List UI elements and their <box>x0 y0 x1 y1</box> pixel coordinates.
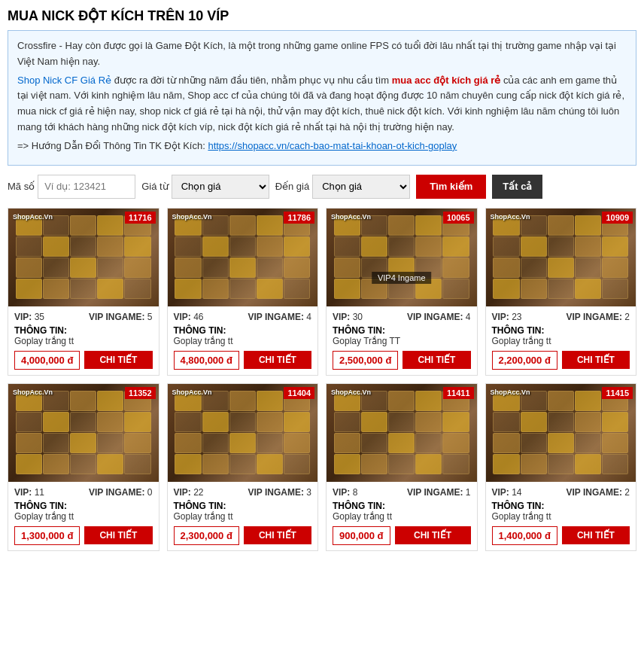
search-bar: Mã số Giá từ Chọn giá Đến giá Chọn giá T… <box>8 175 636 199</box>
img-cell <box>70 257 96 278</box>
vip-row: VIP: 8 VIP INGAME: 1 <box>333 487 471 498</box>
img-cell <box>257 257 283 278</box>
card-image[interactable]: ShopAcc.Vn 11415 <box>486 384 636 482</box>
card-image[interactable]: ShopAcc.Vn 11716 <box>8 209 159 306</box>
img-cell <box>334 454 360 474</box>
card-info: VIP: 8 VIP INGAME: 1 THÔNG TIN: Goplay t… <box>327 482 477 550</box>
detail-button[interactable]: CHI TIẾT <box>244 526 311 544</box>
img-cell <box>124 412 150 432</box>
cards-row-1: ShopAcc.Vn 11716 VIP: 35 VIP INGAME: 5 T… <box>8 208 636 376</box>
card-image[interactable]: ShopAcc.Vn 11786 <box>168 209 318 306</box>
img-cell <box>521 412 547 432</box>
detail-button[interactable]: CHI TIẾT <box>395 526 471 544</box>
img-cell <box>521 454 547 474</box>
vip-label: VIP: 35 <box>14 312 44 322</box>
vip-ingame-label: VIP INGAME: 4 <box>248 312 311 322</box>
img-cell <box>16 412 42 432</box>
gia-tu-select[interactable]: Chọn giá <box>172 175 269 199</box>
ma-so-input[interactable] <box>38 175 135 199</box>
thong-tin-value: Goplay trắng tt <box>174 511 233 522</box>
card-price: 2,300,000 đ <box>174 526 239 545</box>
item-grid <box>175 215 310 299</box>
vip-ingame-label: VIP INGAME: 2 <box>567 487 630 498</box>
shop-logo: ShopAcc.Vn <box>172 388 212 396</box>
img-cell <box>361 433 387 453</box>
card-price: 900,000 đ <box>333 526 390 545</box>
page-container: MUA NICK ĐỘT KÍCH TRÊN 10 VÍP Crossfire … <box>0 0 644 566</box>
img-cell <box>442 279 469 299</box>
shop-nick-link[interactable]: Shop Nick CF Giá Rẻ <box>17 75 111 86</box>
detail-button[interactable]: CHI TIẾT <box>562 351 630 369</box>
img-cell <box>43 454 69 474</box>
img-cell <box>175 454 201 474</box>
shop-logo: ShopAcc.Vn <box>331 213 371 221</box>
all-button[interactable]: Tất cả <box>492 175 542 199</box>
item-grid <box>16 215 151 299</box>
shop-logo: ShopAcc.Vn <box>491 388 530 396</box>
card-id-badge: 11404 <box>284 387 314 399</box>
card-price: 1,300,000 đ <box>14 526 80 545</box>
detail-button[interactable]: CHI TIẾT <box>84 351 152 369</box>
img-cell <box>284 279 310 299</box>
card-image[interactable]: ShopAcc.Vn 11352 <box>8 384 159 482</box>
img-cell <box>97 215 123 236</box>
img-cell <box>70 236 96 257</box>
img-cell <box>202 236 229 257</box>
img-cell <box>388 391 415 411</box>
img-cell <box>97 257 123 278</box>
search-button[interactable]: Tìm kiếm <box>416 175 486 199</box>
img-cell <box>257 412 283 432</box>
img-cell <box>361 236 387 257</box>
img-cell <box>493 412 519 432</box>
thong-tin: THÔNG TIN: Goplay trắng tt <box>14 325 153 346</box>
intro-section: Crossfire - Hay còn được gọi là Game Đột… <box>8 30 636 166</box>
thong-tin-label: THÔNG TIN: <box>174 501 226 511</box>
img-cell <box>415 454 442 474</box>
img-cell <box>548 279 574 299</box>
img-cell <box>575 215 601 236</box>
detail-button[interactable]: CHI TIẾT <box>402 351 470 369</box>
img-cell <box>602 433 628 453</box>
img-cell <box>97 412 123 432</box>
img-cell <box>124 257 150 278</box>
gia-tu-label: Giá từ <box>141 181 168 192</box>
card-image[interactable]: ShopAcc.Vn 11404 <box>168 384 318 482</box>
card-price: 2,500,000 đ <box>333 351 398 370</box>
img-cell <box>175 412 201 432</box>
img-cell <box>548 454 574 474</box>
shop-logo: ShopAcc.Vn <box>172 213 212 221</box>
img-cell <box>521 236 547 257</box>
card-id-badge: 11411 <box>443 387 474 399</box>
img-cell <box>70 215 96 236</box>
img-cell <box>284 257 310 278</box>
vip-row: VIP: 30 VIP INGAME: 4 <box>333 312 471 322</box>
img-cell <box>602 454 628 474</box>
detail-button[interactable]: CHI TIẾT <box>562 526 630 544</box>
img-cell <box>284 412 310 432</box>
img-cell <box>361 412 387 432</box>
img-cell <box>43 257 69 278</box>
img-cell <box>602 236 628 257</box>
card-info: VIP: 35 VIP INGAME: 5 THÔNG TIN: Goplay … <box>8 306 159 375</box>
detail-button[interactable]: CHI TIẾT <box>84 526 152 544</box>
img-cell <box>16 236 42 257</box>
img-cell <box>442 236 469 257</box>
intro-line1: Crossfire - Hay còn được gọi là Game Đột… <box>17 38 627 70</box>
img-cell <box>548 236 574 257</box>
guide-link[interactable]: https://shopacc.vn/cach-bao-mat-tai-khoa… <box>208 140 457 151</box>
thong-tin-label: THÔNG TIN: <box>492 325 545 336</box>
card-image[interactable]: ShopAcc.Vn 11411 <box>327 384 477 482</box>
card-info: VIP: 23 VIP INGAME: 2 THÔNG TIN: Goplay … <box>486 306 636 375</box>
item-grid <box>493 391 628 474</box>
detail-button[interactable]: CHI TIẾT <box>244 351 311 369</box>
card-image[interactable]: ShopAcc.Vn 10065 VIP4 Ingame <box>327 209 477 306</box>
img-cell <box>202 257 229 278</box>
den-gia-select[interactable]: Chọn giá <box>312 175 410 199</box>
vip-label: VIP: 30 <box>333 312 363 322</box>
img-cell <box>388 215 415 236</box>
img-cell <box>70 433 96 453</box>
img-cell <box>257 236 283 257</box>
card-image[interactable]: ShopAcc.Vn 10909 <box>486 209 636 306</box>
card-info: VIP: 46 VIP INGAME: 4 THÔNG TIN: Goplay … <box>168 306 318 375</box>
vip-label: VIP: 22 <box>174 487 204 498</box>
